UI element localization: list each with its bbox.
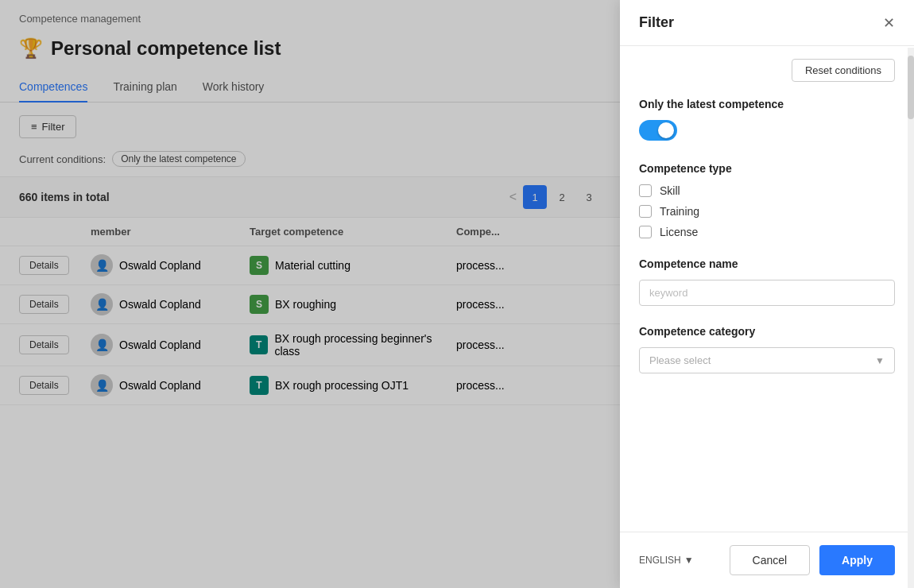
scrollbar-track	[908, 48, 914, 588]
cancel-button[interactable]: Cancel	[730, 545, 811, 575]
reset-btn-row: Reset conditions	[639, 59, 895, 82]
toggle-track	[639, 120, 677, 141]
competence-name-section: Competence name	[639, 257, 895, 306]
competence-type-checkboxes: Skill Training License	[639, 184, 895, 238]
checkbox-box-license	[639, 226, 652, 238]
competence-category-section: Competence category Please select ▼	[639, 325, 895, 373]
filter-panel: Filter ✕ Reset conditions Only the lates…	[620, 0, 914, 588]
competence-type-title: Competence type	[639, 162, 895, 175]
latest-competence-section: Only the latest competence	[639, 98, 895, 143]
footer-buttons: Cancel Apply	[730, 545, 895, 575]
filter-title: Filter	[639, 14, 674, 31]
filter-body: Reset conditions Only the latest compete…	[620, 46, 914, 532]
checkbox-training[interactable]: Training	[639, 205, 895, 218]
checkbox-box-skill	[639, 184, 652, 197]
chevron-down-icon: ▼	[875, 355, 885, 366]
close-filter-button[interactable]: ✕	[883, 16, 895, 30]
filter-header: Filter ✕	[620, 0, 914, 46]
competence-category-placeholder: Please select	[649, 354, 711, 366]
checkbox-label-license: License	[660, 226, 698, 238]
competence-name-input[interactable]	[639, 280, 895, 306]
checkbox-label-training: Training	[660, 205, 699, 218]
language-label: ENGLISH	[639, 555, 681, 566]
filter-footer: ENGLISH ▼ Cancel Apply	[620, 532, 914, 588]
scrollbar-thumb[interactable]	[908, 56, 914, 119]
latest-competence-title: Only the latest competence	[639, 98, 895, 110]
language-chevron-icon: ▼	[684, 555, 694, 566]
apply-button[interactable]: Apply	[819, 545, 895, 575]
checkbox-skill[interactable]: Skill	[639, 184, 895, 197]
latest-competence-toggle[interactable]	[639, 120, 677, 141]
competence-name-title: Competence name	[639, 257, 895, 270]
competence-category-dropdown[interactable]: Please select ▼	[639, 347, 895, 373]
toggle-thumb	[658, 122, 674, 138]
checkbox-license[interactable]: License	[639, 226, 895, 238]
language-selector[interactable]: ENGLISH ▼	[639, 555, 694, 566]
checkbox-box-training	[639, 205, 652, 218]
competence-type-section: Competence type Skill Training License	[639, 162, 895, 238]
reset-conditions-button[interactable]: Reset conditions	[792, 59, 895, 82]
checkbox-label-skill: Skill	[660, 184, 680, 197]
competence-category-title: Competence category	[639, 325, 895, 338]
